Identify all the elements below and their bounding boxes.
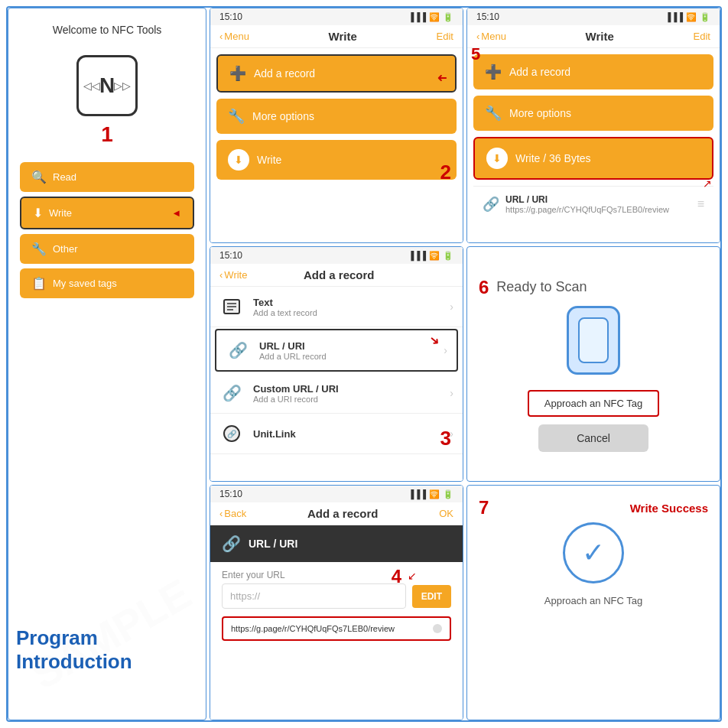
wifi-icon-5: 🛜 (686, 12, 697, 22)
back-menu-btn[interactable]: ‹ Menu (219, 31, 249, 42)
status-bar-3: 15:10 ▐▐▐ 🛜 🔋 (210, 247, 463, 264)
url-chevron-icon: › (444, 344, 447, 356)
write-label: Write (49, 207, 72, 219)
saved-tags-icon: 📋 (31, 276, 47, 291)
edit-url-button[interactable]: EDIT (412, 585, 451, 608)
other-label: Other (53, 243, 78, 255)
back-btn-4[interactable]: ‹ Back (219, 508, 246, 519)
back-write-btn[interactable]: ‹ Write (219, 269, 247, 281)
wrench-icon: 🔧 (228, 108, 245, 125)
status-time-4: 15:10 (219, 489, 242, 499)
write-icon: ⬇ (33, 206, 43, 220)
saved-tags-label: My saved tags (53, 278, 117, 289)
more-options-button[interactable]: 🔧 More options (216, 99, 457, 134)
status-icons-5: ▐▐▐ 🛜 🔋 (665, 12, 710, 22)
link-icon-3: 🔗 (229, 341, 248, 359)
battery-icon: 🔋 (443, 12, 453, 22)
text-chevron-icon: › (450, 301, 453, 313)
main-grid: Welcome to NFC Tools ◁◁ N ▷▷ 1 🔍 Read ⬇ … (8, 8, 720, 720)
add-record-button[interactable]: ➕ Add a record (216, 54, 457, 93)
scan-header: 6 Ready to Scan (479, 277, 708, 298)
wifi-icon: 🛜 (429, 12, 440, 22)
custom-url-title: Custom URL / URI (253, 383, 440, 395)
panel-welcome: Welcome to NFC Tools ◁◁ N ▷▷ 1 🔍 Read ⬇ … (8, 8, 206, 720)
nav-bar-3: ‹ Write Add a record (210, 264, 463, 287)
step-1-number: 1 (101, 122, 113, 147)
status-icons-3: ▐▐▐ 🛜 🔋 (408, 251, 453, 261)
signal-icon-4: ▐▐▐ (408, 489, 426, 499)
url-record-title-5: URL / URI (505, 194, 669, 205)
url-header: 🔗 URL / URI (210, 525, 463, 562)
custom-url-subtitle: Add a URI record (253, 395, 440, 404)
unit-link-title: Unit.Link (253, 428, 440, 440)
program-intro-text: Program Introduction (16, 626, 132, 674)
add-record-btn-5[interactable]: ➕ Add a record (473, 54, 713, 89)
panel-ready-scan: 6 Ready to Scan Approach an NFC Tag Canc… (466, 246, 720, 482)
wifi-icon-4: 🛜 (429, 489, 440, 499)
custom-url-icon: 🔗 (219, 381, 244, 405)
nfc-icon: ◁◁ N ▷▷ (76, 55, 138, 116)
step-3-number: 3 (440, 427, 451, 450)
write-action-label: Write (257, 154, 281, 166)
cancel-button[interactable]: Cancel (538, 424, 648, 452)
unit-link-record-info: Unit.Link (253, 428, 440, 440)
arrow-write-bytes: ↗ (703, 177, 712, 190)
url-record-title-3: URL / URI (259, 340, 434, 352)
add-record-label-5: Add a record (509, 66, 570, 78)
text-record-title: Text (253, 297, 440, 308)
add-icon: ➕ (229, 65, 246, 82)
back-chevron-icon-5: ‹ (476, 31, 479, 42)
custom-url-record-item[interactable]: 🔗 Custom URL / URI Add a URI record › (210, 373, 463, 414)
nav-bar-2: ‹ Menu Write Edit (210, 25, 463, 48)
approach-nfc-text: Approach an NFC Tag (544, 595, 642, 606)
welcome-text: Welcome to NFC Tools (53, 24, 162, 36)
custom-url-record-info: Custom URL / URI Add a URI record (253, 383, 440, 404)
back-menu-label: Menu (224, 31, 249, 42)
back-chevron-icon: ‹ (219, 31, 223, 42)
back-chevron-icon-3: ‹ (219, 269, 223, 281)
edit-btn-5[interactable]: Edit (694, 31, 710, 42)
write-button[interactable]: ⬇ Write ◄ (20, 197, 194, 229)
back-chevron-icon-4: ‹ (219, 508, 223, 519)
url-record-row: 🔗 URL / URI https://g.page/r/CYHQfUqFQs7… (483, 194, 704, 214)
clear-icon[interactable] (433, 624, 442, 633)
panel5-content: 5 ➕ Add a record 🔧 More options ⬇ Write … (467, 48, 720, 228)
unit-link-icon: 🔗 (219, 421, 244, 446)
approach-nfc-button[interactable]: Approach an NFC Tag (528, 390, 659, 417)
edit-btn-2[interactable]: Edit (437, 31, 453, 42)
success-header: 7 Write Success (479, 497, 708, 518)
unit-link-record-item[interactable]: 🔗 Unit.Link › (210, 414, 463, 454)
text-record-icon (219, 294, 244, 319)
success-title: Write Success (630, 502, 708, 515)
nav-title-2: Write (329, 30, 357, 43)
ok-btn-4[interactable]: OK (439, 508, 453, 519)
status-bar-4: 15:10 ▐▐▐ 🛜 🔋 (210, 486, 463, 502)
write-arrow-indicator: ◄ (171, 207, 181, 219)
scan-content: 6 Ready to Scan Approach an NFC Tag Canc… (467, 247, 720, 481)
battery-icon-5: 🔋 (700, 12, 710, 22)
text-record-item[interactable]: Text Add a text record › (210, 287, 463, 327)
step-5-number: 5 (471, 44, 480, 64)
custom-link-icon-3: 🔗 (223, 384, 242, 402)
write-action-icon: ⬇ (228, 149, 249, 171)
read-button[interactable]: 🔍 Read (20, 162, 194, 192)
panel-write: 15:10 ▐▐▐ 🛜 🔋 ‹ Menu Write Edit ➕ Add a (210, 8, 463, 243)
phone-screen-4: 15:10 ▐▐▐ 🛜 🔋 ‹ Back Add a record OK 🔗 U… (210, 486, 463, 720)
signal-icon-3: ▐▐▐ (408, 251, 426, 260)
write-action-button[interactable]: ⬇ Write (216, 140, 457, 180)
url-record-details: URL / URI https://g.page/r/CYHQfUqFQs7LE… (505, 194, 669, 214)
more-options-btn-5[interactable]: 🔧 More options (473, 96, 713, 131)
status-time-2: 15:10 (219, 11, 242, 22)
write-bytes-button[interactable]: ⬇ Write / 36 Bytes (473, 137, 713, 180)
arrow-add-record: ➜ (437, 71, 447, 86)
back-menu-btn-5[interactable]: ‹ Menu (476, 31, 506, 42)
status-icons-4: ▐▐▐ 🛜 🔋 (408, 489, 453, 499)
saved-tags-button[interactable]: 📋 My saved tags (20, 268, 194, 298)
status-time-5: 15:10 (476, 11, 499, 22)
text-record-info: Text Add a text record (253, 297, 440, 317)
other-button[interactable]: 🔧 Other (20, 234, 194, 264)
url-result-field: https://g.page/r/CYHQfUqFQs7LEB0/review (222, 616, 451, 641)
url-record-item[interactable]: 🔗 URL / URI Add a URL record › (215, 329, 458, 372)
url-prefix-field[interactable]: https:// (222, 583, 406, 609)
download-icon-5: ⬇ (486, 148, 508, 169)
